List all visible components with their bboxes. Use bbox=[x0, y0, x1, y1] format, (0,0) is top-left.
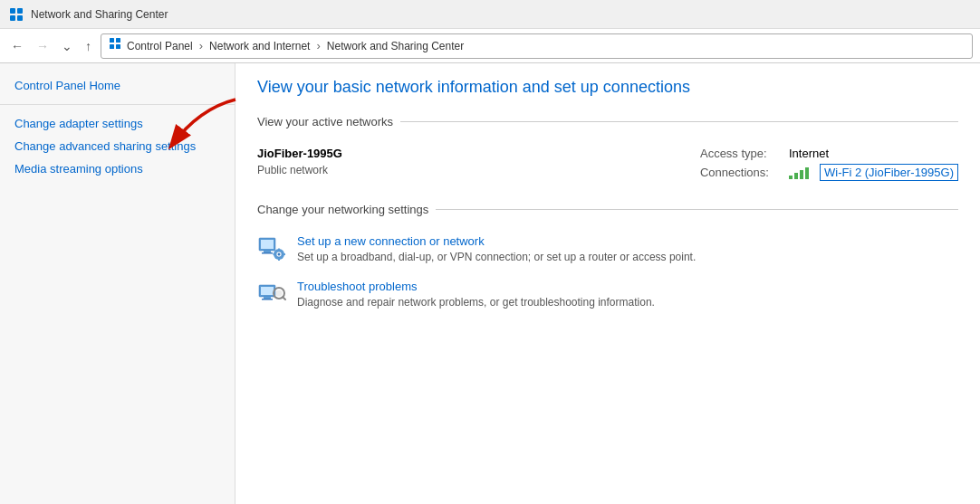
up-button[interactable]: ↑ bbox=[82, 37, 95, 55]
svg-rect-3 bbox=[17, 15, 23, 21]
svg-rect-19 bbox=[283, 253, 285, 255]
troubleshoot-link[interactable]: Troubleshoot problems bbox=[297, 280, 958, 293]
connections-row: Connections: Wi-Fi 2 (JioFiber-1995G) bbox=[700, 164, 958, 181]
sidebar-item-control-panel-home[interactable]: Control Panel Home bbox=[0, 74, 235, 97]
svg-rect-6 bbox=[110, 44, 114, 49]
back-button[interactable]: ← bbox=[7, 37, 27, 55]
svg-rect-23 bbox=[262, 299, 273, 300]
network-type: Public network bbox=[257, 164, 342, 176]
title-bar-icon bbox=[9, 7, 24, 22]
address-network-icon bbox=[109, 37, 123, 54]
svg-rect-17 bbox=[278, 259, 280, 261]
svg-point-25 bbox=[276, 290, 283, 296]
breadcrumb-sep-2: › bbox=[316, 39, 320, 52]
svg-rect-21 bbox=[261, 287, 274, 295]
active-networks-header: View your active networks bbox=[257, 115, 958, 128]
troubleshoot-item: Troubleshoot problems Diagnose and repai… bbox=[257, 272, 958, 318]
sidebar-item-change-advanced-sharing[interactable]: Change advanced sharing settings bbox=[0, 135, 235, 157]
address-bar[interactable]: Control Panel › Network and Internet › N… bbox=[101, 33, 973, 59]
svg-rect-5 bbox=[116, 38, 120, 43]
section-divider-active bbox=[400, 121, 958, 122]
svg-rect-7 bbox=[116, 44, 120, 49]
svg-rect-22 bbox=[264, 297, 271, 299]
networking-settings-label: Change your networking settings bbox=[257, 203, 428, 216]
svg-rect-18 bbox=[274, 253, 275, 255]
svg-rect-0 bbox=[10, 8, 15, 14]
svg-rect-11 bbox=[264, 251, 271, 252]
access-type-label: Access type: bbox=[700, 147, 782, 160]
connections-label: Connections: bbox=[700, 166, 782, 179]
content-area: View your basic network information and … bbox=[235, 63, 980, 504]
sidebar-divider-1 bbox=[0, 104, 235, 105]
svg-rect-10 bbox=[261, 240, 274, 249]
active-network-row: JioFiber-1995G Public network Access typ… bbox=[257, 139, 958, 195]
wifi-connection-link[interactable]: Wi-Fi 2 (JioFiber-1995G) bbox=[820, 164, 958, 181]
wifi-signal-icon bbox=[789, 166, 809, 179]
sidebar-item-media-streaming[interactable]: Media streaming options bbox=[0, 157, 235, 180]
title-bar-text: Network and Sharing Center bbox=[31, 8, 168, 21]
setup-icon-svg bbox=[257, 234, 286, 263]
red-arrow bbox=[235, 63, 257, 82]
breadcrumb-sep-1: › bbox=[199, 39, 203, 52]
svg-rect-2 bbox=[10, 15, 15, 21]
setup-connection-desc: Set up a broadband, dial-up, or VPN conn… bbox=[297, 251, 696, 263]
section-divider-settings bbox=[436, 209, 958, 210]
svg-point-15 bbox=[278, 253, 281, 256]
svg-rect-16 bbox=[278, 249, 280, 251]
recent-button[interactable]: ⌄ bbox=[58, 37, 76, 55]
breadcrumb-current: Network and Sharing Center bbox=[327, 40, 464, 52]
breadcrumb-network-internet[interactable]: Network and Internet bbox=[209, 40, 310, 52]
nav-bar: ← → ⌄ ↑ Control Panel › Network and Inte… bbox=[0, 29, 980, 63]
access-type-row: Access type: Internet bbox=[700, 147, 958, 160]
setup-connection-text: Set up a new connection or network Set u… bbox=[297, 234, 958, 265]
setup-connection-item: Set up a new connection or network Set u… bbox=[257, 227, 958, 272]
svg-rect-12 bbox=[262, 252, 273, 254]
sidebar: Control Panel Home Change adapter settin… bbox=[0, 63, 235, 504]
active-networks-label: View your active networks bbox=[257, 115, 393, 128]
troubleshoot-text: Troubleshoot problems Diagnose and repai… bbox=[297, 280, 958, 310]
svg-line-26 bbox=[283, 297, 285, 300]
svg-rect-4 bbox=[110, 38, 114, 43]
main-container: Control Panel Home Change adapter settin… bbox=[0, 63, 980, 504]
network-left: JioFiber-1995G Public network bbox=[257, 147, 342, 176]
network-right: Access type: Internet Connections: Wi-Fi… bbox=[700, 147, 958, 181]
access-type-value: Internet bbox=[789, 147, 829, 160]
networking-settings-header: Change your networking settings bbox=[257, 203, 958, 216]
network-name: JioFiber-1995G bbox=[257, 147, 342, 160]
troubleshoot-icon bbox=[257, 280, 286, 309]
networking-settings-section: Change your networking settings bbox=[257, 203, 958, 318]
breadcrumb-control-panel[interactable]: Control Panel bbox=[127, 40, 193, 52]
title-bar: Network and Sharing Center bbox=[0, 0, 980, 29]
forward-button[interactable]: → bbox=[33, 37, 53, 55]
sidebar-item-change-adapter-settings[interactable]: Change adapter settings bbox=[0, 112, 235, 135]
page-title: View your basic network information and … bbox=[257, 78, 958, 97]
svg-rect-1 bbox=[17, 8, 23, 14]
setup-connection-link[interactable]: Set up a new connection or network bbox=[297, 234, 958, 248]
troubleshoot-icon-svg bbox=[257, 280, 286, 309]
troubleshoot-desc: Diagnose and repair network problems, or… bbox=[297, 296, 655, 309]
setup-connection-icon bbox=[257, 234, 286, 263]
